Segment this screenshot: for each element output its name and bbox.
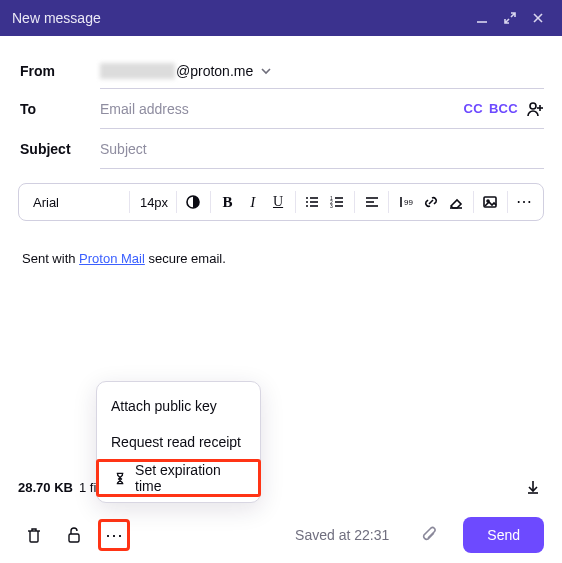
close-icon: [531, 11, 545, 25]
number-list-icon: 123: [329, 194, 345, 210]
attachments-size: 28.70 KB: [18, 480, 73, 495]
svg-point-11: [306, 205, 308, 207]
menu-attach-public-key[interactable]: Attach public key: [97, 388, 260, 424]
font-family-select[interactable]: Arial: [25, 195, 125, 210]
close-button[interactable]: [526, 6, 550, 30]
trash-icon: [25, 526, 43, 544]
align-left-icon: [364, 194, 380, 210]
svg-text:3: 3: [330, 203, 333, 209]
more-options-menu: Attach public key Request read receipt S…: [96, 381, 261, 503]
from-local-blurred: [100, 63, 175, 79]
from-label: From: [18, 63, 100, 79]
signature-prefix: Sent with: [22, 251, 79, 266]
format-toolbar: Arial 14px B I U 123 99: [18, 183, 544, 221]
subject-label: Subject: [18, 141, 100, 157]
menu-set-expiration-time[interactable]: Set expiration time: [96, 459, 261, 497]
attach-file-button[interactable]: [417, 522, 443, 548]
quote-button[interactable]: 99: [393, 188, 418, 216]
svg-rect-29: [69, 534, 79, 542]
expand-icon: [503, 11, 517, 25]
svg-point-3: [530, 103, 536, 109]
svg-text:99: 99: [404, 198, 413, 207]
bullet-list-button[interactable]: [300, 188, 325, 216]
svg-point-9: [306, 201, 308, 203]
signature: Sent with Proton Mail secure email.: [18, 251, 544, 266]
font-size-select[interactable]: 14px: [134, 195, 172, 210]
more-format-button[interactable]: ⋯: [512, 188, 537, 216]
link-icon: [423, 194, 439, 210]
bcc-button[interactable]: BCC: [489, 101, 518, 116]
insert-image-button[interactable]: [478, 188, 503, 216]
subject-input[interactable]: [100, 131, 544, 167]
lock-open-icon: [65, 526, 83, 544]
link-button[interactable]: [418, 188, 443, 216]
attachments-row: 28.70 KB 1 fil: [0, 467, 562, 507]
expand-button[interactable]: [498, 6, 522, 30]
to-input[interactable]: [100, 91, 458, 127]
window-title: New message: [12, 10, 466, 26]
send-button[interactable]: Send: [463, 517, 544, 553]
to-label: To: [18, 101, 100, 117]
encryption-button[interactable]: [58, 519, 90, 551]
chevron-down-icon: [259, 64, 273, 78]
paperclip-icon: [421, 526, 439, 544]
saved-status: Saved at 22:31: [295, 527, 389, 543]
bold-button[interactable]: B: [215, 188, 240, 216]
minimize-icon: [475, 11, 489, 25]
from-value[interactable]: @proton.me: [100, 63, 544, 79]
half-circle-icon: [185, 194, 201, 210]
underline-button[interactable]: U: [265, 188, 290, 216]
color-button[interactable]: [181, 188, 206, 216]
eraser-icon: [448, 194, 464, 210]
delete-draft-button[interactable]: [18, 519, 50, 551]
italic-button[interactable]: I: [240, 188, 265, 216]
footer: ⋯ Saved at 22:31 Send: [0, 507, 562, 563]
more-options-button[interactable]: ⋯: [98, 519, 130, 551]
signature-link[interactable]: Proton Mail: [79, 251, 145, 266]
contacts-button[interactable]: [526, 98, 544, 120]
clear-format-button[interactable]: [444, 188, 469, 216]
image-icon: [482, 194, 498, 210]
number-list-button[interactable]: 123: [325, 188, 350, 216]
menu-request-read-receipt[interactable]: Request read receipt: [97, 424, 260, 460]
svg-point-7: [306, 197, 308, 199]
from-row: From @proton.me: [18, 48, 544, 88]
download-attachments-button[interactable]: [522, 476, 544, 498]
from-domain: @proton.me: [176, 63, 253, 79]
quote-icon: 99: [398, 194, 414, 210]
align-button[interactable]: [359, 188, 384, 216]
download-icon: [525, 479, 541, 495]
add-contact-icon: [526, 100, 544, 118]
cc-button[interactable]: CC: [464, 101, 483, 116]
bullet-list-icon: [304, 194, 320, 210]
signature-suffix: secure email.: [145, 251, 226, 266]
hourglass-icon: [113, 471, 127, 486]
minimize-button[interactable]: [470, 6, 494, 30]
titlebar: New message: [0, 0, 562, 36]
